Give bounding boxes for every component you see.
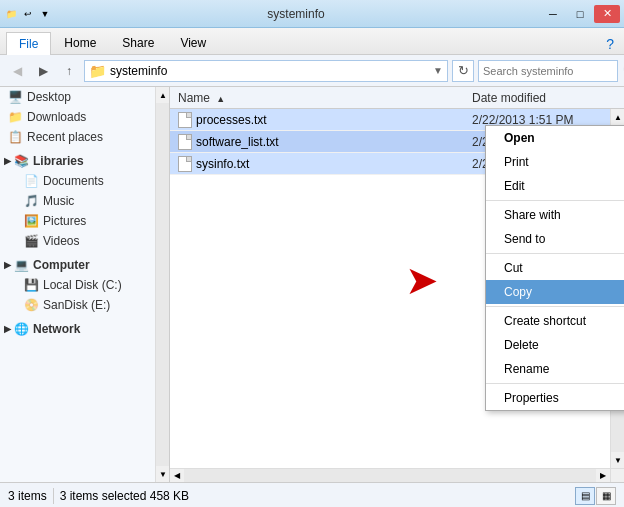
context-item-delete[interactable]: Delete [486, 333, 624, 357]
scroll-down-button[interactable]: ▼ [156, 466, 170, 482]
refresh-button[interactable]: ↻ [452, 60, 474, 82]
context-separator-4 [486, 383, 624, 384]
up-button[interactable]: ↑ [58, 60, 80, 82]
sidebar-label-local-disk: Local Disk (C:) [43, 278, 122, 292]
sidebar-section-libraries: ▶ 📚 Libraries 📄 Documents 🎵 Music 🖼️ Pic… [0, 151, 169, 251]
context-separator-3 [486, 306, 624, 307]
libraries-icon: 📚 [14, 154, 29, 168]
context-item-rename[interactable]: Rename [486, 357, 624, 381]
sidebar-label-sandisk: SanDisk (E:) [43, 298, 110, 312]
network-header[interactable]: ▶ 🌐 Network [0, 319, 169, 339]
filelist-header: Name ▲ Date modified [170, 87, 624, 109]
customize-icon[interactable]: ▼ [38, 7, 52, 21]
sidebar-item-videos[interactable]: 🎬 Videos [0, 231, 169, 251]
tab-share[interactable]: Share [109, 31, 167, 54]
col-name-header[interactable]: Name ▲ [170, 89, 464, 107]
sidebar-item-desktop[interactable]: 🖥️ Desktop [0, 87, 169, 107]
help-icon[interactable]: ? [602, 34, 618, 54]
maximize-button[interactable]: □ [567, 5, 593, 23]
close-button[interactable]: ✕ [594, 5, 620, 23]
window-controls: ─ □ ✕ [540, 5, 620, 23]
tab-view[interactable]: View [167, 31, 219, 54]
sidebar-item-pictures[interactable]: 🖼️ Pictures [0, 211, 169, 231]
vscroll-up-button[interactable]: ▲ [611, 109, 624, 125]
tiles-view-button[interactable]: ▦ [596, 487, 616, 505]
sidebar-item-downloads[interactable]: 📁 Downloads [0, 107, 169, 127]
details-view-button[interactable]: ▤ [575, 487, 595, 505]
sidebar-item-documents[interactable]: 📄 Documents [0, 171, 169, 191]
titlebar: 📁 ↩ ▼ systeminfo ─ □ ✕ [0, 0, 624, 28]
music-icon: 🎵 [24, 194, 39, 208]
hscroll-right-button[interactable]: ▶ [596, 469, 610, 483]
sandisk-icon: 📀 [24, 298, 39, 312]
forward-button[interactable]: ▶ [32, 60, 54, 82]
back-button[interactable]: ◀ [6, 60, 28, 82]
sidebar-label-videos: Videos [43, 234, 79, 248]
recent-icon: 📋 [8, 130, 23, 144]
context-item-share-with[interactable]: Share with ► [486, 203, 624, 227]
videos-icon: 🎬 [24, 234, 39, 248]
local-disk-icon: 💾 [24, 278, 39, 292]
address-folder-icon: 📁 [89, 63, 106, 79]
search-input[interactable] [483, 65, 621, 77]
statusbar: 3 items 3 items selected 458 KB ▤ ▦ [0, 482, 624, 507]
tab-file[interactable]: File [6, 32, 51, 55]
scroll-corner [610, 468, 624, 482]
file-icon-2 [178, 156, 192, 172]
sidebar-item-sandisk[interactable]: 📀 SanDisk (E:) [0, 295, 169, 315]
tab-home[interactable]: Home [51, 31, 109, 54]
context-item-print[interactable]: Print [486, 150, 624, 174]
context-separator-2 [486, 253, 624, 254]
sidebar: 🖥️ Desktop 📁 Downloads 📋 Recent places ▶… [0, 87, 170, 482]
computer-expand-icon: ▶ [4, 260, 11, 270]
titlebar-icons: 📁 ↩ ▼ [4, 7, 52, 21]
items-count: 3 items [8, 489, 47, 503]
computer-icon: 💻 [14, 258, 29, 272]
vscroll-down-button[interactable]: ▼ [611, 452, 624, 468]
context-item-copy[interactable]: Copy [486, 280, 624, 304]
filelist: Name ▲ Date modified processes.txt 2/22/… [170, 87, 624, 482]
computer-header[interactable]: ▶ 💻 Computer [0, 255, 169, 275]
col-date-header[interactable]: Date modified [464, 89, 624, 107]
context-item-edit[interactable]: Edit [486, 174, 624, 198]
file-icon-1 [178, 134, 192, 150]
sidebar-scrollbar[interactable]: ▲ ▼ [155, 87, 169, 482]
window-title: systeminfo [52, 7, 540, 21]
status-separator [53, 488, 54, 504]
file-name-2: sysinfo.txt [170, 154, 464, 174]
main-area: 🖥️ Desktop 📁 Downloads 📋 Recent places ▶… [0, 87, 624, 482]
context-item-open[interactable]: Open [486, 126, 624, 150]
ribbon: File Home Share View ? [0, 28, 624, 55]
undo-icon[interactable]: ↩ [21, 7, 35, 21]
sidebar-item-music[interactable]: 🎵 Music [0, 191, 169, 211]
search-box: 🔍 [478, 60, 618, 82]
sidebar-item-recent[interactable]: 📋 Recent places [0, 127, 169, 147]
sidebar-label-recent: Recent places [27, 130, 103, 144]
addressbar: ◀ ▶ ↑ 📁 systeminfo ▼ ↻ 🔍 [0, 55, 624, 87]
context-item-send-to[interactable]: Send to ► [486, 227, 624, 251]
minimize-button[interactable]: ─ [540, 5, 566, 23]
context-item-properties[interactable]: Properties [486, 386, 624, 410]
desktop-icon: 🖥️ [8, 90, 23, 104]
file-name-1: software_list.txt [170, 132, 464, 152]
documents-icon: 📄 [24, 174, 39, 188]
sort-arrow: ▲ [216, 94, 225, 104]
hscrollbar[interactable]: ◀ ▶ [170, 468, 610, 482]
sidebar-section-network: ▶ 🌐 Network [0, 319, 169, 339]
hscroll-track [184, 469, 596, 483]
red-arrow: ➤ [405, 257, 439, 303]
context-item-create-shortcut[interactable]: Create shortcut [486, 309, 624, 333]
libraries-label: Libraries [33, 154, 84, 168]
address-dropdown-icon[interactable]: ▼ [433, 65, 443, 76]
sidebar-item-local-disk[interactable]: 💾 Local Disk (C:) [0, 275, 169, 295]
file-name-0: processes.txt [170, 110, 464, 130]
hscroll-left-button[interactable]: ◀ [170, 469, 184, 483]
context-item-cut[interactable]: Cut [486, 256, 624, 280]
libraries-header[interactable]: ▶ 📚 Libraries [0, 151, 169, 171]
scroll-up-button[interactable]: ▲ [156, 87, 170, 103]
context-separator-1 [486, 200, 624, 201]
downloads-icon: 📁 [8, 110, 23, 124]
scroll-track [156, 103, 169, 466]
titlebar-left: 📁 ↩ ▼ [4, 7, 52, 21]
address-box[interactable]: 📁 systeminfo ▼ [84, 60, 448, 82]
